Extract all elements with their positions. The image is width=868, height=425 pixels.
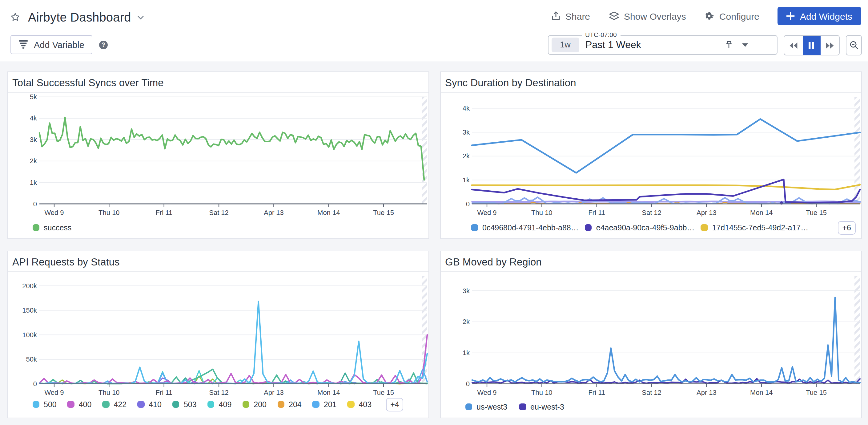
svg-text:4k: 4k: [30, 114, 37, 122]
svg-text:100k: 100k: [22, 331, 37, 338]
svg-text:Fri 11: Fri 11: [588, 209, 605, 216]
svg-text:Fri 11: Fri 11: [588, 388, 605, 396]
svg-text:0: 0: [466, 200, 469, 208]
svg-text:Tue 15: Tue 15: [806, 388, 827, 396]
svg-text:Wed 9: Wed 9: [44, 388, 63, 396]
svg-text:0: 0: [466, 380, 469, 388]
svg-text:Mon 14: Mon 14: [750, 388, 772, 396]
svg-text:Sat 12: Sat 12: [209, 209, 228, 216]
svg-text:2k: 2k: [462, 317, 470, 325]
svg-text:200k: 200k: [22, 282, 37, 290]
svg-text:0: 0: [33, 200, 37, 208]
svg-text:Tue 15: Tue 15: [806, 209, 827, 216]
svg-text:Wed 9: Wed 9: [477, 209, 496, 216]
svg-text:2k: 2k: [30, 157, 37, 165]
svg-text:Fri 11: Fri 11: [155, 388, 172, 396]
svg-text:Mon 14: Mon 14: [317, 209, 340, 216]
svg-text:Fri 11: Fri 11: [155, 209, 172, 216]
svg-text:Mon 14: Mon 14: [750, 209, 772, 216]
svg-text:1k: 1k: [462, 176, 470, 184]
svg-text:3k: 3k: [462, 128, 470, 136]
svg-text:Wed 9: Wed 9: [44, 209, 63, 216]
svg-text:0: 0: [33, 380, 37, 388]
svg-text:Apr 13: Apr 13: [696, 388, 716, 396]
svg-text:2k: 2k: [462, 152, 470, 160]
svg-text:Thu 10: Thu 10: [531, 209, 552, 216]
svg-text:150k: 150k: [22, 306, 37, 314]
svg-text:Apr 13: Apr 13: [696, 209, 716, 216]
svg-text:1k: 1k: [462, 348, 470, 356]
svg-text:Tue 15: Tue 15: [373, 388, 394, 396]
svg-text:Mon 14: Mon 14: [317, 388, 340, 396]
svg-text:Tue 15: Tue 15: [373, 209, 394, 216]
svg-text:1k: 1k: [30, 179, 37, 186]
svg-text:Sat 12: Sat 12: [642, 209, 661, 216]
svg-text:3k: 3k: [30, 136, 37, 144]
svg-text:Sat 12: Sat 12: [209, 388, 228, 396]
svg-text:4k: 4k: [462, 104, 470, 112]
svg-text:3k: 3k: [462, 287, 470, 295]
svg-text:Thu 10: Thu 10: [531, 388, 552, 396]
svg-text:Apr 13: Apr 13: [264, 209, 283, 216]
svg-text:Thu 10: Thu 10: [98, 388, 119, 396]
svg-text:5k: 5k: [30, 93, 37, 101]
svg-text:Sat 12: Sat 12: [642, 388, 661, 396]
svg-text:Thu 10: Thu 10: [98, 209, 119, 216]
svg-text:50k: 50k: [26, 355, 37, 363]
svg-text:Apr 13: Apr 13: [264, 388, 283, 396]
svg-text:Wed 9: Wed 9: [477, 388, 496, 396]
